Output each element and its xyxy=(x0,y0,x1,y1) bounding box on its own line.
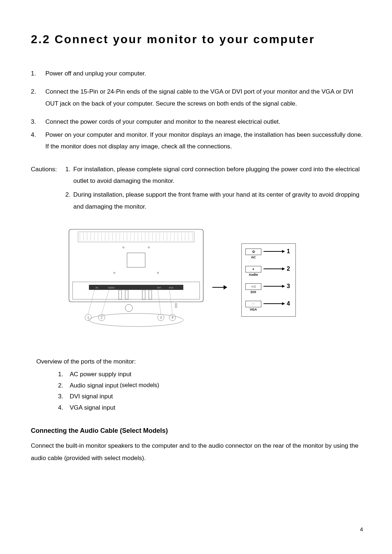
svg-point-34 xyxy=(123,247,124,248)
legend-row-dvi: ▭▯ DVI 3 xyxy=(245,283,292,295)
overview-number: 2. xyxy=(58,380,70,391)
step-item: 2. Connect the 15-Pin or 24-Pin ends of … xyxy=(31,86,363,110)
overview-list: 1. AC power supply input 2. Audio signal… xyxy=(58,369,363,413)
sub-heading-paren: (Select Models) xyxy=(120,427,168,434)
svg-text:3: 3 xyxy=(160,316,162,320)
step-number: 4. xyxy=(31,129,45,153)
caution-number: 1. xyxy=(65,164,73,187)
svg-rect-39 xyxy=(73,282,200,299)
svg-text:AUDIO: AUDIO xyxy=(108,287,115,289)
cautions-block: Cautions: 1. For installation, please co… xyxy=(31,164,363,215)
legend-row-ac: ⏻ AC 1 xyxy=(245,248,292,260)
svg-text:4: 4 xyxy=(171,316,173,320)
legend-row-audio: ● Audio 2 xyxy=(245,266,292,277)
step-text: Power off and unplug your computer. xyxy=(45,68,363,79)
arrow-icon xyxy=(264,268,285,269)
overview-text: VGA signal input xyxy=(70,402,115,414)
overview-item: 2. Audio signal input (select models) xyxy=(58,380,363,391)
svg-rect-46 xyxy=(125,290,128,299)
monitor-back-diagram: AC AUDIO DVI VGA 1 2 3 4 xyxy=(67,227,205,333)
ac-port-icon: ⏻ AC xyxy=(245,249,261,259)
caution-text: During installation, please support the … xyxy=(73,189,363,213)
cautions-list: 1. For installation, please complete sig… xyxy=(65,164,363,215)
svg-text:DVI: DVI xyxy=(157,287,161,289)
step-item: 1. Power off and unplug your computer. xyxy=(31,68,363,79)
document-page: 2.2 Connect your monitor to your compute… xyxy=(0,0,392,479)
svg-rect-1 xyxy=(78,232,194,242)
legend-number: 3 xyxy=(287,283,292,290)
legend-number: 4 xyxy=(287,300,292,307)
step-number: 1. xyxy=(31,68,45,79)
step-number: 2. xyxy=(31,86,45,110)
step-text: Connect the power cords of your computer… xyxy=(45,116,363,128)
step-number: 3. xyxy=(31,116,45,128)
svg-point-37 xyxy=(157,272,159,274)
dvi-port-icon: ▭▯ DVI xyxy=(245,283,261,294)
caution-item: 1. For installation, please complete sig… xyxy=(65,164,363,187)
step-text: Connect the 15-Pin or 24-Pin ends of the… xyxy=(45,86,363,110)
body-paragraph: Connect the built-in monitor speakers to… xyxy=(31,440,363,464)
cautions-label: Cautions: xyxy=(31,164,65,215)
svg-point-35 xyxy=(148,247,150,248)
pointer-arrow-icon xyxy=(212,287,227,288)
sub-heading: Connecting the Audio Cable (Select Model… xyxy=(31,427,363,435)
svg-rect-51 xyxy=(175,304,177,307)
section-heading: 2.2 Connect your monitor to your compute… xyxy=(31,33,363,46)
diagram-area: AC AUDIO DVI VGA 1 2 3 4 xyxy=(31,227,363,333)
caution-number: 2. xyxy=(65,189,73,213)
overview-number: 1. xyxy=(58,369,70,380)
svg-rect-38 xyxy=(127,253,145,267)
caution-item: 2. During installation, please support t… xyxy=(65,189,363,213)
svg-text:AC: AC xyxy=(95,287,99,289)
svg-rect-45 xyxy=(119,290,122,299)
legend-number: 2 xyxy=(287,266,292,272)
arrow-icon xyxy=(264,303,285,304)
vga-port-icon: ⋯ VGA xyxy=(245,301,261,312)
page-number: 4 xyxy=(360,526,363,532)
ports-legend: ⏻ AC 1 ● Audio 2 ▭▯ DVI 3 xyxy=(241,243,296,317)
step-item: 4. Power on your computer and monitor. I… xyxy=(31,129,363,153)
svg-rect-48 xyxy=(149,290,152,299)
overview-number: 3. xyxy=(58,391,70,402)
svg-text:1: 1 xyxy=(87,316,89,320)
overview-number: 4. xyxy=(58,402,70,414)
step-item: 3. Connect the power cords of your compu… xyxy=(31,116,363,128)
svg-rect-0 xyxy=(69,229,203,302)
overview-text: DVI signal input xyxy=(70,391,113,402)
arrow-icon xyxy=(264,251,285,252)
overview-item: 3. DVI signal input xyxy=(58,391,363,402)
overview-text: Audio signal input xyxy=(70,380,118,391)
overview-item: 4. VGA signal input xyxy=(58,402,363,414)
svg-point-36 xyxy=(114,272,115,274)
caution-text: For installation, please complete signal… xyxy=(73,164,363,187)
audio-port-icon: ● Audio xyxy=(245,266,261,277)
svg-text:VGA: VGA xyxy=(169,287,173,289)
step-text: Power on your computer and monitor. If y… xyxy=(45,129,363,153)
svg-point-50 xyxy=(125,304,132,312)
overview-text: AC power supply input xyxy=(70,369,131,380)
steps-list: 1. Power off and unplug your computer. 2… xyxy=(31,68,363,153)
sub-heading-text: Connecting the Audio Cable xyxy=(31,427,118,434)
svg-rect-47 xyxy=(142,290,145,299)
legend-number: 1 xyxy=(287,248,292,255)
overview-item: 1. AC power supply input xyxy=(58,369,363,380)
arrow-icon xyxy=(264,286,285,287)
svg-point-49 xyxy=(89,313,183,327)
svg-text:2: 2 xyxy=(101,316,103,320)
overview-note: (select models) xyxy=(120,380,159,391)
legend-row-vga: ⋯ VGA 4 xyxy=(245,300,292,312)
overview-title: Overview of the ports of the monitor: xyxy=(36,358,363,365)
